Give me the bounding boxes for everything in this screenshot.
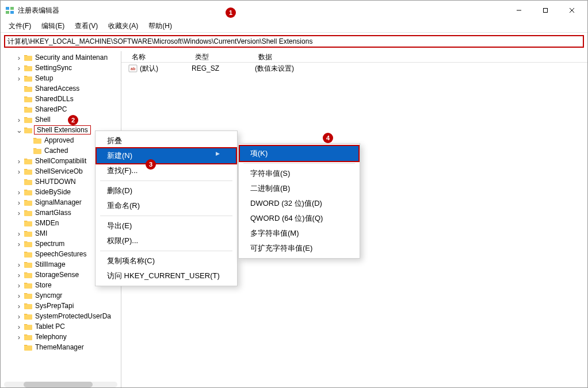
- ctx-new-key[interactable]: 项(K): [239, 145, 360, 162]
- menu-edit[interactable]: 编辑(E): [37, 20, 69, 32]
- tree-item[interactable]: ›Tablet PC: [2, 321, 121, 332]
- svg-rect-34: [24, 325, 32, 330]
- tree-hscroll-thumb[interactable]: [24, 382, 93, 387]
- context-submenu-new[interactable]: 项(K) 字符串值(S) 二进制值(B) DWORD (32 位)值(D) QW…: [238, 143, 360, 259]
- ctx-rename[interactable]: 重命名(R): [97, 198, 236, 213]
- menu-file[interactable]: 文件(F): [4, 20, 36, 32]
- chevron-right-icon[interactable]: ›: [16, 64, 22, 72]
- chevron-right-icon[interactable]: ›: [16, 54, 22, 62]
- folder-icon: [24, 74, 33, 82]
- tree-item[interactable]: ›Telephony: [2, 332, 121, 342]
- chevron-right-icon[interactable]: ›: [16, 189, 22, 196]
- chevron-right-icon[interactable]: ›: [16, 313, 22, 320]
- folder-icon: [24, 116, 33, 124]
- chevron-right-icon[interactable]: ›: [16, 261, 22, 268]
- svg-rect-5: [544, 9, 548, 13]
- ctx-export[interactable]: 导出(E): [97, 218, 236, 233]
- svg-rect-31: [24, 294, 32, 299]
- tree-item[interactable]: SharedPC: [2, 104, 121, 114]
- tree-item-label: Security and Maintenan: [34, 53, 109, 62]
- list-row-data: (数值未设置): [255, 64, 587, 74]
- svg-rect-9: [24, 66, 32, 71]
- list-row-type: REG_SZ: [192, 64, 255, 72]
- context-menu[interactable]: 折叠 新建(N) 查找(F)... 删除(D) 重命名(R) 导出(E) 权限(…: [95, 130, 238, 286]
- address-bar[interactable]: 计算机\HKEY_LOCAL_MACHINE\SOFTWARE\Microsof…: [4, 35, 584, 48]
- chevron-right-icon[interactable]: ›: [16, 323, 22, 331]
- tree-item-label: StorageSense: [34, 271, 80, 279]
- tree-item[interactable]: SharedDLLs: [2, 94, 121, 104]
- svg-rect-26: [24, 242, 32, 247]
- chevron-right-icon[interactable]: ›: [16, 302, 22, 310]
- chevron-right-icon[interactable]: ›: [16, 157, 22, 165]
- menu-view[interactable]: 查看(V): [70, 20, 102, 32]
- ctx-separator: [243, 163, 355, 164]
- maximize-button[interactable]: [532, 2, 559, 19]
- ctx-new-string[interactable]: 字符串值(S): [240, 166, 358, 181]
- annotation-1: 1: [226, 7, 236, 18]
- tree-item-label: SharedPC: [34, 105, 68, 113]
- chevron-down-icon[interactable]: ⌄: [16, 126, 22, 134]
- chevron-right-icon[interactable]: ›: [16, 75, 22, 82]
- tree-item[interactable]: ›Shell: [2, 114, 121, 125]
- ctx-new-dword[interactable]: DWORD (32 位)值(D): [240, 196, 358, 211]
- ctx-new-qword[interactable]: QWORD (64 位)值(Q): [240, 211, 358, 226]
- tree-item[interactable]: ›Security and Maintenan: [2, 52, 121, 63]
- folder-icon: [24, 250, 33, 258]
- chevron-right-icon[interactable]: ›: [16, 199, 22, 206]
- folder-icon: [24, 84, 33, 93]
- ctx-permissions[interactable]: 权限(P)...: [97, 233, 236, 248]
- ctx-delete[interactable]: 删除(D): [97, 183, 236, 198]
- ctx-copy-key-name[interactable]: 复制项名称(C): [97, 253, 236, 268]
- folder-icon: [24, 126, 33, 134]
- svg-rect-10: [24, 76, 32, 82]
- col-header-data[interactable]: 数据: [255, 51, 587, 62]
- tree-item[interactable]: ThemeManager: [2, 342, 121, 352]
- svg-rect-21: [24, 190, 32, 195]
- titlebar: 注册表编辑器: [1, 1, 587, 20]
- ctx-separator: [100, 180, 232, 181]
- folder-icon: [24, 53, 33, 62]
- folder-icon: [24, 343, 33, 351]
- ctx-new[interactable]: 新建(N): [96, 147, 237, 164]
- svg-rect-19: [24, 170, 32, 175]
- col-header-type[interactable]: 类型: [192, 51, 255, 62]
- tree-item[interactable]: ›SysPrepTapi: [2, 301, 121, 311]
- ctx-goto-hkcu[interactable]: 访问 HKEY_CURRENT_USER(T): [97, 268, 236, 283]
- tree-item[interactable]: ›Setup: [2, 73, 121, 83]
- tree-item-label: SharedAccess: [34, 84, 81, 93]
- chevron-right-icon[interactable]: ›: [16, 230, 22, 237]
- chevron-right-icon[interactable]: ›: [16, 168, 22, 175]
- ctx-new-multistring[interactable]: 多字符串值(M): [240, 226, 358, 241]
- list-row[interactable]: ab (默认) REG_SZ (数值未设置): [121, 63, 587, 74]
- ctx-new-binary[interactable]: 二进制值(B): [240, 181, 358, 196]
- ctx-find[interactable]: 查找(F)...: [97, 163, 236, 178]
- chevron-right-icon[interactable]: ›: [16, 116, 22, 124]
- chevron-right-icon[interactable]: ›: [16, 271, 22, 279]
- tree-item-label: SettingSync: [34, 64, 73, 72]
- tree-hscrollbar[interactable]: [4, 382, 117, 387]
- menu-favorites[interactable]: 收藏夹(A): [104, 20, 143, 32]
- ctx-collapse[interactable]: 折叠: [97, 133, 236, 148]
- tree-item[interactable]: ›SystemProtectedUserDa: [2, 311, 121, 321]
- chevron-right-icon[interactable]: ›: [16, 240, 22, 248]
- chevron-right-icon[interactable]: ›: [16, 292, 22, 299]
- minimize-button[interactable]: [506, 2, 532, 19]
- annotation-2: 2: [68, 115, 78, 125]
- close-button[interactable]: [559, 2, 585, 19]
- chevron-right-icon[interactable]: ›: [16, 209, 22, 217]
- tree-item-label: SHUTDOWN: [34, 178, 77, 186]
- folder-icon: [24, 157, 33, 165]
- tree-item[interactable]: ›SettingSync: [2, 63, 121, 73]
- svg-rect-33: [24, 314, 32, 320]
- col-header-name[interactable]: 名称: [128, 51, 192, 62]
- svg-rect-36: [24, 345, 32, 351]
- svg-rect-13: [24, 107, 32, 113]
- tree-item-label: Spectrum: [34, 240, 66, 248]
- chevron-right-icon[interactable]: ›: [16, 282, 22, 289]
- tree-item[interactable]: SharedAccess: [2, 83, 121, 94]
- tree-item[interactable]: ›Syncmgr: [2, 290, 121, 301]
- menu-help[interactable]: 帮助(H): [144, 20, 177, 32]
- folder-icon: [24, 271, 33, 279]
- chevron-right-icon[interactable]: ›: [16, 333, 22, 341]
- ctx-new-expandstring[interactable]: 可扩充字符串值(E): [240, 241, 358, 256]
